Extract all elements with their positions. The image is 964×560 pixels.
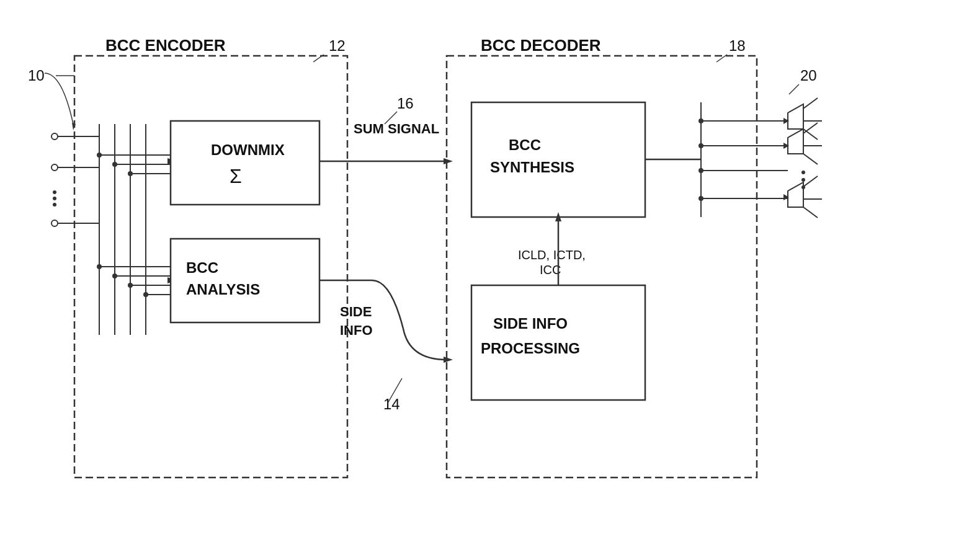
- svg-point-22: [112, 162, 117, 167]
- downmix-label: DOWNMIX: [211, 141, 285, 158]
- svg-point-34: [112, 273, 117, 278]
- svg-point-69: [801, 171, 805, 174]
- side-info-proc-label2: PROCESSING: [481, 340, 580, 357]
- svg-point-70: [801, 178, 805, 182]
- svg-point-21: [97, 153, 102, 158]
- side-info-label2: INFO: [340, 322, 373, 338]
- bcc-synthesis-label2: SYNTHESIS: [490, 159, 574, 176]
- diagram-container: BCC ENCODER 12 10: [0, 0, 964, 560]
- bcc-synthesis-label: BCC: [509, 136, 541, 153]
- svg-point-57: [698, 168, 703, 173]
- bcc-encoder-label: BCC ENCODER: [105, 36, 226, 55]
- icld-ictd-icc-label: ICLD, ICTD,: [518, 248, 586, 262]
- side-info-label: SIDE: [340, 304, 372, 319]
- svg-point-33: [97, 264, 102, 269]
- svg-point-10: [53, 197, 56, 200]
- sum-signal-label: SUM SIGNAL: [354, 121, 439, 136]
- ref14: 14: [383, 396, 400, 412]
- ref16: 16: [397, 95, 414, 112]
- svg-point-55: [698, 118, 703, 123]
- svg-point-58: [698, 196, 703, 201]
- bcc-decoder-label: BCC DECODER: [481, 36, 601, 55]
- bcc-analysis-label: BCC: [186, 259, 218, 276]
- ref20: 20: [800, 67, 817, 84]
- svg-point-23: [128, 171, 133, 176]
- svg-rect-0: [0, 0, 964, 560]
- ref10: 10: [28, 67, 45, 84]
- ref12: 12: [329, 37, 346, 54]
- svg-point-11: [53, 203, 56, 207]
- svg-point-9: [53, 190, 56, 194]
- svg-point-36: [143, 292, 148, 297]
- svg-rect-25: [171, 121, 319, 205]
- svg-point-35: [128, 283, 133, 288]
- sigma-label: Σ: [230, 165, 242, 187]
- svg-point-56: [698, 143, 703, 148]
- side-info-proc-label1: SIDE INFO: [493, 315, 568, 332]
- bcc-analysis-label2: ANALYSIS: [186, 281, 260, 298]
- ref18: 18: [729, 37, 746, 54]
